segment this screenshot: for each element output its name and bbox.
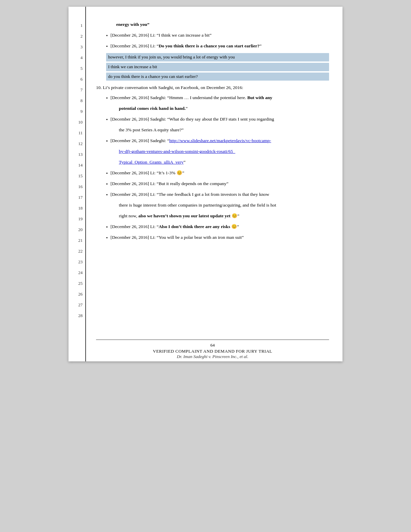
line-num-12: 12: [68, 138, 85, 149]
line-num-27: 27: [68, 300, 85, 310]
line-numbers-column: 1 2 3 4 5 6 7 8 9 10 11 12 13 14 15 16 1…: [68, 7, 86, 361]
bullet-icon-8: •: [106, 95, 108, 102]
bullet-icon-3: •: [106, 43, 108, 50]
line-16-text: [December 26, 2016] Li: “But it really d…: [110, 180, 228, 187]
highlight-1: however, I think if you join us, you wou…: [106, 53, 329, 61]
page-footer: 64 VERIFIED COMPLAINT AND DEMAND FOR JUR…: [96, 340, 329, 361]
bullet-icon-17: •: [106, 191, 108, 199]
line-26-empty: [96, 287, 329, 298]
bullet-icon-20: •: [106, 224, 108, 231]
line-num-10: 10: [68, 117, 85, 128]
line-15-content: • [December 26, 2016] Li: “It’s 1-3% 😊”: [96, 169, 329, 179]
line-num-17: 17: [68, 192, 85, 203]
bullet-icon-15: •: [106, 170, 108, 177]
line-num-16: 16: [68, 181, 85, 192]
line-24-empty: [96, 265, 329, 276]
line-15-text: [December 26, 2016] Li: “It’s 1-3% 😊”: [110, 169, 184, 177]
line-3-content: • [December 26, 2016] Li: “Do you think …: [96, 42, 329, 52]
line-num-20: 20: [68, 224, 85, 235]
line-14-text: Typical_Option_Grants_ulliA_very”: [119, 159, 186, 166]
content-lines: energy with you” • [December 26, 2016] L…: [96, 20, 329, 319]
line-2-text: [December 26, 2016] Li: “I think we can …: [110, 32, 212, 39]
line-num-5: 5: [68, 63, 85, 74]
bullet-icon-2: •: [106, 32, 108, 40]
line-21-text: [December 26, 2016] Li: “You will be a p…: [110, 234, 244, 241]
line-25-empty: [96, 276, 329, 287]
line-9-content: potential comes risk hand in hand.”: [96, 104, 329, 115]
line-3-text: [December 26, 2016] Li: “Do you think th…: [110, 42, 262, 50]
line-19-content: right now, also we haven’t shown you our…: [96, 212, 329, 222]
line-num-23: 23: [68, 257, 85, 267]
line-num-24: 24: [68, 267, 85, 278]
line-2-content: • [December 26, 2016] Li: “I think we ca…: [96, 31, 329, 42]
line-num-4: 4: [68, 52, 85, 63]
line-num-6: 6: [68, 74, 85, 85]
content-area: energy with you” • [December 26, 2016] L…: [86, 7, 342, 361]
link-slideshare[interactable]: http://www.slideshare.net/markpeterdavis…: [169, 138, 271, 143]
line-13-content: by-dfj-gotham-ventures-and-wilson-sonsin…: [96, 147, 329, 158]
line-27-empty: [96, 298, 329, 308]
line-17-content: • [December 26, 2016] Li: “The one feedb…: [96, 190, 329, 201]
line-num-18: 18: [68, 203, 85, 214]
line-8-content: • [December 26, 2016] Sadeghi: “Hmmm … I…: [96, 93, 329, 104]
line-num-22: 22: [68, 246, 85, 257]
link-slideshare-3[interactable]: Typical_Option_Grants_ulliA_very: [119, 160, 184, 165]
highlight-group: however, I think if you join us, you wou…: [96, 52, 329, 83]
highlight-2: I think we can increase a bit: [106, 63, 329, 71]
line-21-content: • [December 26, 2016] Li: “You will be a…: [96, 233, 329, 244]
line-num-25: 25: [68, 278, 85, 289]
line-8-text: [December 26, 2016] Sadeghi: “Hmmm … I u…: [110, 94, 272, 101]
line-num-9: 9: [68, 106, 85, 117]
link-slideshare-2[interactable]: by-dfj-gotham-ventures-and-wilson-sonsin…: [119, 149, 235, 154]
line-13-text: by-dfj-gotham-ventures-and-wilson-sonsin…: [119, 148, 235, 155]
line-num-8: 8: [68, 95, 85, 106]
line-11-text: the 3% post Series A equity share?”: [119, 126, 184, 134]
bullet-icon-10: •: [106, 116, 108, 124]
highlight-3: do you think there is a chance you can s…: [106, 73, 329, 81]
line-1-text: energy with you”: [116, 21, 149, 28]
line-num-2: 2: [68, 31, 85, 42]
line-23-empty: [96, 255, 329, 265]
bullet-icon-21: •: [106, 234, 108, 242]
line-10-content: • [December 26, 2016] Sadeghi: “What do …: [96, 115, 329, 126]
line-16-content: • [December 26, 2016] Li: “But it really…: [96, 179, 329, 190]
line-20-content: • [December 26, 2016] Li: “Also I don’t …: [96, 222, 329, 233]
line-14-content: Typical_Option_Grants_ulliA_very”: [96, 158, 329, 169]
line-11-content: the 3% post Series A equity share?”: [96, 126, 329, 136]
line-num-21: 21: [68, 235, 85, 246]
line-9-text: potential comes risk hand in hand.”: [119, 105, 188, 112]
line-20-text: [December 26, 2016] Li: “Also I don’t th…: [110, 223, 239, 230]
line-num-28: 28: [68, 310, 85, 321]
line-22-empty: [96, 244, 329, 255]
line-18-content: there is huge interest from other compan…: [96, 201, 329, 212]
line-num-14: 14: [68, 160, 85, 171]
line-28-empty: [96, 308, 329, 319]
line-7-text: 10. Li’s private conversation with Sadeg…: [96, 84, 243, 91]
bullet-icon-12: •: [106, 138, 108, 145]
line-19-text: right now, also we haven’t shown you our…: [119, 212, 239, 220]
line-7-content: 10. Li’s private conversation with Sadeg…: [96, 83, 329, 93]
line-18-text: there is huge interest from other compan…: [119, 202, 276, 209]
footer-title: VERIFIED COMPLAINT AND DEMAND FOR JURY T…: [96, 349, 329, 354]
line-num-13: 13: [68, 149, 85, 160]
line-12-content: • [December 26, 2016] Sadeghi: “http://w…: [96, 136, 329, 147]
line-num-3: 3: [68, 42, 85, 52]
line-1-content: energy with you”: [96, 20, 329, 31]
line-num-11: 11: [68, 128, 85, 138]
line-num-26: 26: [68, 289, 85, 300]
line-num-7: 7: [68, 85, 85, 95]
footer-subtitle: Dr. Iman Sadeghi v. Pinscreen Inc., et a…: [96, 354, 329, 359]
line-10-text: [December 26, 2016] Sadeghi: “What do th…: [110, 116, 274, 123]
footer-page-number: 64: [96, 343, 329, 348]
line-num-1: 1: [68, 20, 85, 31]
line-num-15: 15: [68, 171, 85, 181]
bullet-icon-16: •: [106, 181, 108, 188]
document-page: 1 2 3 4 5 6 7 8 9 10 11 12 13 14 15 16 1…: [68, 7, 342, 361]
line-17-text: [December 26, 2016] Li: “The one feedbac…: [110, 191, 269, 198]
line-12-text: [December 26, 2016] Sadeghi: “http://www…: [110, 137, 271, 144]
line-num-19: 19: [68, 214, 85, 224]
